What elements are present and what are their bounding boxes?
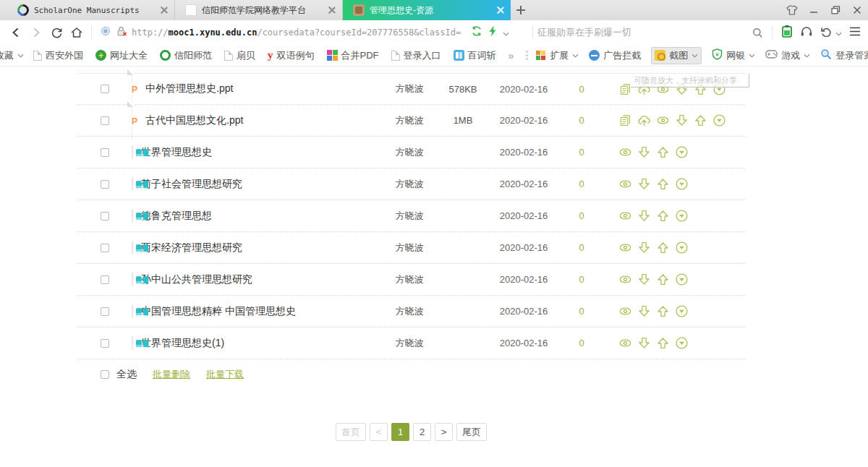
- file-name[interactable]: 中国管理思想精粹 中国管理思想史: [141, 305, 380, 318]
- preview-eye-icon[interactable]: [618, 209, 632, 223]
- bookmark-login-portal[interactable]: 登录入口: [391, 49, 441, 62]
- file-name[interactable]: 世界管理思想史: [141, 146, 380, 159]
- select-all-checkbox[interactable]: [101, 370, 109, 379]
- move-up-icon[interactable]: [693, 82, 707, 96]
- file-name[interactable]: 古代中国思想文化.ppt: [145, 114, 380, 127]
- search-box[interactable]: 征服勋章在手刷爆一切: [537, 22, 767, 43]
- move-up-icon[interactable]: [655, 177, 670, 192]
- insecure-lock-icon[interactable]: [116, 26, 127, 39]
- extensions-button[interactable]: 扩展: [535, 49, 579, 62]
- search-icon[interactable]: [747, 22, 767, 43]
- screenshot-button[interactable]: 截图: [651, 47, 702, 64]
- preview-eye-icon[interactable]: [618, 336, 632, 351]
- bookmark-baicizhan[interactable]: 百词斩: [454, 49, 496, 62]
- preview-eye-icon[interactable]: [618, 177, 632, 192]
- download-icon[interactable]: [637, 241, 651, 255]
- forward-button[interactable]: [26, 22, 46, 43]
- row-checkbox[interactable]: [101, 307, 109, 316]
- bookmark-xian-foreign[interactable]: 西安外国: [33, 49, 83, 62]
- row-checkbox[interactable]: [101, 85, 109, 93]
- pagination-last-button[interactable]: 尾页: [456, 423, 487, 441]
- file-name[interactable]: 荀子社会管理思想研究: [141, 178, 380, 191]
- back-button[interactable]: [6, 22, 26, 43]
- tab-close-icon[interactable]: [328, 6, 336, 14]
- row-checkbox[interactable]: [101, 244, 109, 252]
- file-name[interactable]: 德鲁克管理思想: [141, 210, 380, 223]
- download-icon[interactable]: [674, 82, 689, 96]
- file-name[interactable]: 孙中山公共管理思想研究: [141, 273, 380, 286]
- restore-button[interactable]: [825, 0, 846, 20]
- reload-button[interactable]: [46, 22, 67, 43]
- row-checkbox[interactable]: [101, 116, 109, 125]
- bookmark-shanbay[interactable]: 扇贝: [224, 49, 255, 62]
- file-name[interactable]: 世界管理思想史(1): [141, 337, 380, 350]
- preview-eye-icon[interactable]: [655, 82, 670, 96]
- move-up-icon[interactable]: [655, 241, 670, 255]
- minimize-button[interactable]: [803, 0, 825, 20]
- row-checkbox[interactable]: [101, 275, 109, 284]
- address-bar[interactable]: http://mooc1.xynu.edu.cn/coursedata?cour…: [96, 25, 528, 40]
- address-dropdown-chevron-icon[interactable]: [503, 26, 509, 39]
- preview-eye-icon[interactable]: [618, 304, 632, 319]
- online-banking-button[interactable]: ¥ 网银: [712, 48, 755, 62]
- download-icon[interactable]: [637, 145, 651, 160]
- move-up-icon[interactable]: [655, 336, 670, 351]
- search-suggestion-text[interactable]: 征服勋章在手刷爆一切: [537, 26, 747, 39]
- row-checkbox[interactable]: [101, 180, 109, 189]
- tab-course-resources[interactable]: 管理思想史-资源: [343, 0, 511, 20]
- download-icon[interactable]: [637, 273, 651, 287]
- row-checkbox[interactable]: [101, 339, 109, 348]
- tab-scholarone[interactable]: ScholarOne Manuscripts: [7, 0, 175, 20]
- speed-mode-bolt-icon[interactable]: [488, 25, 497, 40]
- copy-icon[interactable]: [618, 82, 632, 96]
- tab-teaching-platform[interactable]: 信阳师范学院网络教学平台: [175, 0, 343, 20]
- preview-eye-icon[interactable]: [618, 241, 632, 255]
- more-actions-icon[interactable]: [674, 145, 689, 160]
- download-icon[interactable]: [637, 209, 651, 223]
- move-up-icon[interactable]: [655, 145, 670, 160]
- pagination-page-1[interactable]: 1: [391, 423, 409, 441]
- headset-icon[interactable]: [800, 25, 813, 40]
- bookmark-bilingual-examples[interactable]: y 双语例句: [268, 49, 315, 62]
- more-actions-icon[interactable]: [674, 273, 689, 287]
- page-refresh-icon[interactable]: [471, 25, 482, 40]
- undo-dropdown-chevron-icon[interactable]: [835, 26, 842, 39]
- url-text[interactable]: http://mooc1.xynu.edu.cn/coursedata?cour…: [132, 27, 461, 38]
- download-icon[interactable]: [674, 113, 689, 128]
- more-actions-icon[interactable]: [712, 82, 726, 96]
- download-icon[interactable]: [637, 304, 651, 319]
- undo-icon[interactable]: [820, 26, 833, 40]
- new-tab-button[interactable]: [511, 0, 531, 20]
- more-actions-icon[interactable]: [674, 336, 689, 351]
- preview-eye-icon[interactable]: [618, 145, 632, 160]
- more-actions-icon[interactable]: [674, 304, 689, 319]
- pagination-next-button[interactable]: >: [435, 423, 453, 441]
- move-up-icon[interactable]: [693, 113, 707, 128]
- cloud-upload-icon[interactable]: [637, 82, 651, 96]
- move-up-icon[interactable]: [655, 273, 670, 287]
- bookmark-merge-pdf[interactable]: 合并PDF: [327, 49, 379, 62]
- close-button[interactable]: [846, 0, 868, 20]
- more-actions-icon[interactable]: [674, 177, 689, 192]
- preview-eye-icon[interactable]: [655, 113, 670, 128]
- games-button[interactable]: 游戏: [765, 49, 810, 62]
- cloud-upload-icon[interactable]: [637, 113, 651, 128]
- file-name[interactable]: 两宋经济管理思想研究: [141, 241, 380, 254]
- more-actions-icon[interactable]: [674, 241, 689, 255]
- adblock-button[interactable]: 广告拦截: [589, 49, 641, 62]
- tab-close-icon[interactable]: [160, 6, 169, 14]
- bookmarks-overflow-button[interactable]: »: [509, 50, 514, 61]
- tab-close-icon[interactable]: [496, 6, 505, 14]
- menu-icon[interactable]: [849, 26, 861, 39]
- download-icon[interactable]: [637, 177, 651, 192]
- move-up-icon[interactable]: [655, 209, 670, 223]
- bookmark-xinyang-normal[interactable]: 信阳师范: [160, 49, 212, 62]
- pagination-page-2[interactable]: 2: [413, 423, 431, 441]
- batch-download-link[interactable]: 批量下载: [206, 368, 244, 381]
- row-checkbox[interactable]: [101, 212, 109, 220]
- preview-eye-icon[interactable]: [618, 273, 632, 287]
- copy-icon[interactable]: [618, 113, 632, 128]
- battery-saver-icon[interactable]: [781, 25, 793, 40]
- home-button[interactable]: [67, 22, 87, 43]
- more-actions-icon[interactable]: [712, 113, 726, 128]
